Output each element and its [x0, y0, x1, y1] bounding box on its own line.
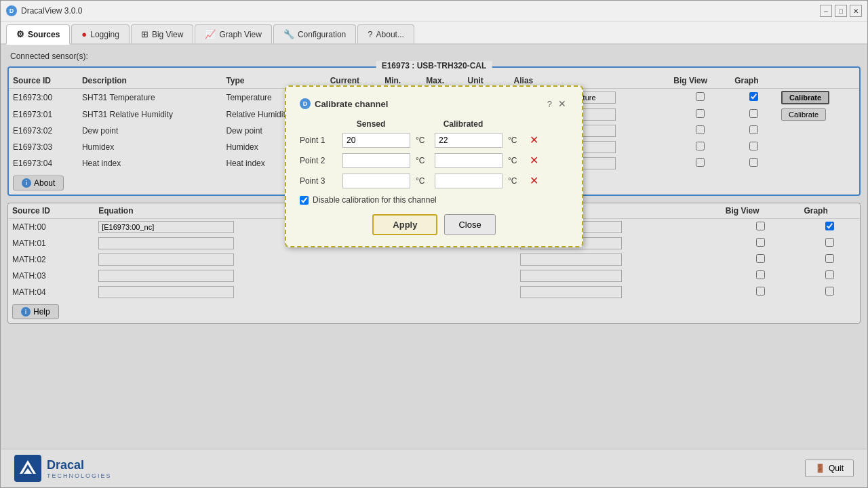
point1-calibrated-unit: °C: [508, 136, 521, 145]
quit-label: Quit: [829, 464, 844, 473]
point3-label: Point 3: [300, 176, 337, 186]
minimize-button[interactable]: –: [820, 5, 832, 17]
about-tab-icon: ?: [368, 29, 372, 39]
app-title: DracalView 3.0.0: [21, 6, 83, 16]
calibrate-modal: D Calibrate channel ? ✕ Sensed Calibrate…: [285, 85, 583, 247]
main-window: D DracalView 3.0.0 – □ ✕ ⚙ Sources ● Log…: [0, 0, 868, 488]
point3-calibrated-unit: °C: [508, 176, 521, 186]
point2-delete-button[interactable]: ✕: [527, 154, 540, 167]
title-bar-left: D DracalView 3.0.0: [6, 5, 83, 16]
disable-calibration-label: Disable calibration for this channel: [313, 195, 437, 205]
point1-calibrated-input[interactable]: [435, 133, 502, 148]
point3-calibrated-input[interactable]: [435, 174, 502, 188]
point3-sensed-unit: °C: [416, 176, 429, 186]
disable-calibration-row: Disable calibration for this channel: [300, 195, 568, 205]
quit-button[interactable]: 🚪 Quit: [805, 460, 854, 477]
config-tab-icon: 🔧: [283, 29, 294, 39]
close-button[interactable]: ✕: [850, 5, 862, 17]
modal-close-button[interactable]: ✕: [556, 98, 568, 110]
tab-sources-label: Sources: [28, 30, 60, 39]
quit-icon: 🚪: [815, 464, 825, 473]
logo-name: Dracal: [47, 458, 112, 472]
footer: Dracal TECHNOLOGIES 🚪 Quit: [1, 449, 867, 487]
point2-sensed-input[interactable]: [342, 153, 410, 168]
modal-title: D Calibrate channel: [300, 98, 388, 109]
tab-graphview[interactable]: 📈 Graph View: [195, 24, 271, 43]
modal-column-headers: Sensed Calibrated: [337, 119, 568, 129]
point3-delete-button[interactable]: ✕: [527, 174, 540, 188]
modal-point-2-row: Point 2 °C °C ✕: [300, 153, 568, 168]
logo-svg: [14, 455, 41, 482]
bigview-tab-icon: ⊞: [141, 29, 149, 39]
point1-sensed-input[interactable]: [342, 133, 410, 148]
point2-calibrated-input[interactable]: [435, 153, 502, 168]
sources-tab-icon: ⚙: [16, 29, 24, 39]
disable-calibration-checkbox[interactable]: [300, 196, 309, 205]
point1-sensed-unit: °C: [416, 136, 429, 145]
close-modal-button[interactable]: Close: [444, 214, 495, 235]
tabs-bar: ⚙ Sources ● Logging ⊞ Big View 📈 Graph V…: [1, 22, 867, 45]
dracal-logo: Dracal TECHNOLOGIES: [14, 455, 112, 482]
modal-overlay: D Calibrate channel ? ✕ Sensed Calibrate…: [1, 45, 867, 449]
main-content: Connected sensor(s): E16973 : USB-TRH320…: [1, 45, 867, 449]
tab-configuration[interactable]: 🔧 Configuration: [273, 24, 356, 43]
modal-controls: ? ✕: [547, 98, 568, 110]
point1-label: Point 1: [300, 136, 337, 145]
modal-point-1-row: Point 1 °C °C ✕: [300, 133, 568, 148]
logo-subtitle: TECHNOLOGIES: [47, 472, 112, 479]
modal-help-button[interactable]: ?: [547, 99, 552, 109]
logging-tab-icon: ●: [81, 29, 87, 39]
tab-bigview-label: Big View: [152, 30, 183, 39]
point3-sensed-input[interactable]: [342, 174, 410, 188]
tab-sources[interactable]: ⚙ Sources: [6, 24, 70, 45]
calibrated-header: Calibrated: [429, 119, 497, 129]
graphview-tab-icon: 📈: [205, 29, 216, 39]
modal-point-3-row: Point 3 °C °C ✕: [300, 174, 568, 188]
point1-delete-button[interactable]: ✕: [527, 134, 540, 147]
sensed-header: Sensed: [337, 119, 405, 129]
modal-title-bar: D Calibrate channel ? ✕: [300, 98, 568, 110]
tab-bigview[interactable]: ⊞ Big View: [131, 24, 193, 43]
logo-text-block: Dracal TECHNOLOGIES: [47, 458, 112, 479]
point2-sensed-unit: °C: [416, 156, 429, 165]
tab-configuration-label: Configuration: [298, 30, 346, 39]
tab-logging[interactable]: ● Logging: [71, 24, 130, 43]
modal-buttons: Apply Close: [300, 214, 568, 235]
point2-calibrated-unit: °C: [508, 156, 521, 165]
app-icon: D: [6, 5, 17, 16]
maximize-button[interactable]: □: [835, 5, 847, 17]
tab-about[interactable]: ? About...: [357, 24, 414, 43]
tab-graphview-label: Graph View: [219, 30, 261, 39]
modal-icon: D: [300, 98, 311, 109]
title-bar: D DracalView 3.0.0 – □ ✕: [1, 1, 867, 22]
window-controls: – □ ✕: [820, 5, 862, 17]
tab-about-label: About...: [376, 30, 404, 39]
point2-label: Point 2: [300, 156, 337, 165]
apply-button[interactable]: Apply: [372, 214, 437, 235]
tab-logging-label: Logging: [90, 30, 119, 39]
